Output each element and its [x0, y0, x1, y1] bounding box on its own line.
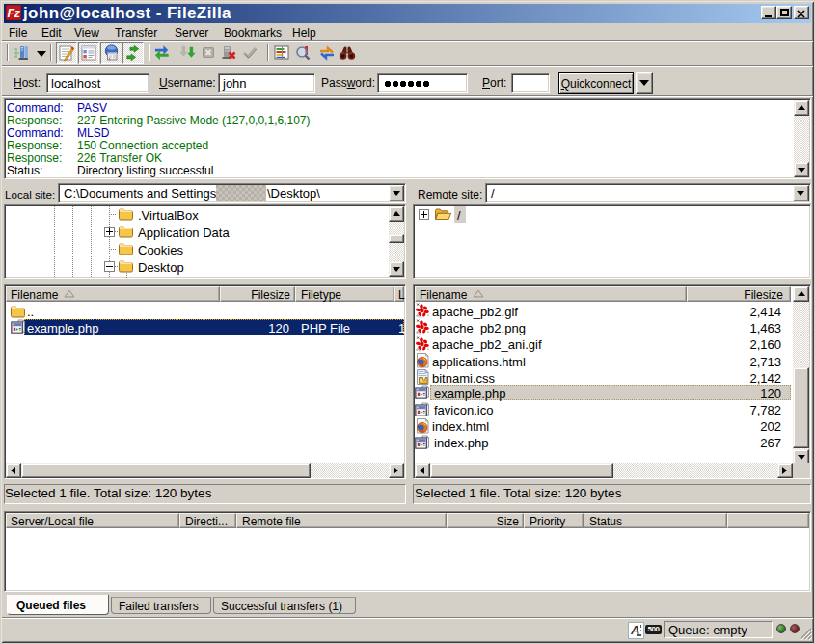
svg-text:Fz: Fz — [7, 7, 20, 20]
